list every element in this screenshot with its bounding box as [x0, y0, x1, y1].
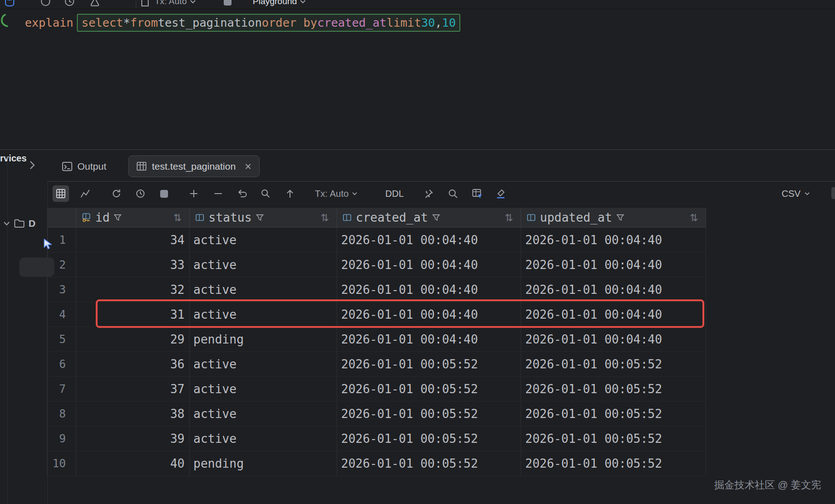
table-filter-button[interactable]	[469, 185, 486, 202]
cell-created-at[interactable]: 2026-01-01 00:05:52	[337, 401, 521, 426]
file-icon[interactable]	[140, 0, 150, 8]
sort-toggle[interactable]: ⇅	[174, 212, 182, 223]
cell-id[interactable]: 32	[76, 277, 190, 302]
column-header-status[interactable]: status ⇅	[190, 208, 337, 227]
cell-created-at[interactable]: 2026-01-01 00:04:40	[337, 302, 521, 326]
clipped-toolbar-button[interactable]	[831, 187, 835, 199]
tx-mode-select[interactable]: Tx: Auto	[155, 0, 196, 8]
close-icon[interactable]	[244, 163, 252, 170]
cell-updated-at[interactable]: 2026-01-01 00:04:40	[521, 252, 706, 277]
sort-toggle[interactable]: ⇅	[690, 212, 698, 223]
stop-query-button[interactable]	[156, 185, 172, 202]
run-config-select[interactable]: Playground	[253, 0, 306, 8]
table-row[interactable]: 233active2026-01-01 00:04:402026-01-01 0…	[47, 252, 706, 277]
row-number[interactable]: 4	[47, 302, 76, 326]
table-row[interactable]: 134active2026-01-01 00:04:402026-01-01 0…	[47, 228, 706, 252]
row-number[interactable]: 7	[47, 377, 76, 401]
submit-button[interactable]	[282, 185, 298, 202]
table-row[interactable]: 838active2026-01-01 00:05:522026-01-01 0…	[47, 401, 706, 426]
row-number[interactable]: 9	[47, 426, 76, 451]
cell-id[interactable]: 39	[76, 426, 190, 451]
cell-status[interactable]: active	[190, 277, 337, 302]
cell-updated-at[interactable]: 2026-01-01 00:05:52	[521, 352, 706, 376]
cell-status[interactable]: pending	[190, 451, 337, 475]
cell-status[interactable]: active	[190, 377, 337, 401]
table-row[interactable]: 529pending2026-01-01 00:04:402026-01-01 …	[47, 327, 706, 352]
search-button[interactable]	[445, 185, 461, 202]
cell-status[interactable]: active	[190, 302, 337, 326]
schedule-icon[interactable]	[132, 185, 149, 202]
sort-toggle[interactable]: ⇅	[321, 212, 329, 223]
export-format-select[interactable]: CSV	[782, 183, 810, 204]
table-row[interactable]: 737active2026-01-01 00:05:522026-01-01 0…	[47, 377, 706, 401]
stop-button[interactable]	[224, 0, 232, 8]
row-number[interactable]: 6	[47, 352, 76, 376]
cell-created-at[interactable]: 2026-01-01 00:04:40	[337, 327, 521, 351]
chart-view-button[interactable]	[77, 185, 93, 202]
cell-id[interactable]: 40	[76, 451, 190, 475]
cell-updated-at[interactable]: 2026-01-01 00:05:52	[521, 401, 706, 426]
chevron-right-icon[interactable]	[29, 160, 36, 170]
ddl-button[interactable]: DDL	[385, 183, 404, 204]
reload-find-button[interactable]	[257, 185, 274, 202]
row-number[interactable]: 8	[47, 401, 76, 426]
cell-status[interactable]: pending	[190, 327, 337, 351]
column-header-id[interactable]: id ⇅	[76, 208, 190, 227]
column-header-updated-at[interactable]: updated_at ⇅	[521, 208, 706, 227]
tab-test-pagination[interactable]: test.test_pagination	[128, 155, 260, 177]
clear-format-button[interactable]	[493, 185, 509, 202]
cell-created-at[interactable]: 2026-01-01 00:05:52	[337, 426, 521, 451]
cell-id[interactable]: 29	[76, 327, 190, 351]
cell-created-at[interactable]: 2026-01-01 00:04:40	[337, 228, 521, 252]
delete-row-button[interactable]	[210, 185, 226, 202]
cell-id[interactable]: 33	[76, 252, 190, 277]
column-header-created-at[interactable]: created_at ⇅	[337, 208, 521, 227]
tab-output[interactable]: Output	[59, 156, 109, 177]
cell-updated-at[interactable]: 2026-01-01 00:04:40	[521, 327, 706, 351]
cell-updated-at[interactable]: 2026-01-01 00:04:40	[521, 228, 706, 252]
filter-icon[interactable]	[256, 214, 264, 222]
tree-node-database[interactable]: D	[3, 218, 35, 229]
filter-icon[interactable]	[616, 214, 624, 222]
row-number[interactable]: 3	[47, 277, 76, 302]
sort-toggle[interactable]: ⇅	[505, 212, 513, 223]
sql-statement[interactable]: explain select * from test_pagination or…	[25, 12, 460, 33]
row-number[interactable]: 10	[47, 451, 76, 475]
cell-created-at[interactable]: 2026-01-01 00:04:40	[337, 277, 521, 302]
table-row[interactable]: 431active2026-01-01 00:04:402026-01-01 0…	[47, 302, 706, 327]
run-gutter-icon[interactable]	[0, 13, 8, 31]
cell-updated-at[interactable]: 2026-01-01 00:05:52	[521, 377, 706, 401]
add-row-button[interactable]	[186, 185, 202, 202]
cell-updated-at[interactable]: 2026-01-01 00:04:40	[521, 277, 706, 302]
cell-updated-at[interactable]: 2026-01-01 00:05:52	[521, 451, 706, 475]
table-row[interactable]: 939active2026-01-01 00:05:522026-01-01 0…	[47, 426, 706, 451]
cell-status[interactable]: active	[190, 426, 337, 451]
cell-id[interactable]: 38	[76, 401, 190, 426]
history-icon[interactable]	[64, 0, 75, 8]
cell-id[interactable]: 36	[76, 352, 190, 376]
table-row[interactable]: 636active2026-01-01 00:05:522026-01-01 0…	[47, 352, 706, 377]
cell-status[interactable]: active	[190, 401, 337, 426]
flask-icon[interactable]	[89, 0, 100, 8]
table-row[interactable]: 1040pending2026-01-01 00:05:522026-01-01…	[47, 451, 706, 476]
revert-button[interactable]	[234, 185, 251, 202]
cell-status[interactable]: active	[190, 252, 337, 277]
cell-created-at[interactable]: 2026-01-01 00:04:40	[337, 252, 521, 277]
cell-id[interactable]: 31	[76, 302, 190, 326]
refresh-button[interactable]	[108, 185, 125, 202]
filter-icon[interactable]	[432, 214, 440, 222]
cell-updated-at[interactable]: 2026-01-01 00:04:40	[521, 302, 706, 326]
run-circle-icon[interactable]	[40, 0, 51, 8]
grid-view-button[interactable]	[52, 185, 69, 202]
cell-id[interactable]: 34	[76, 228, 190, 252]
cell-created-at[interactable]: 2026-01-01 00:05:52	[337, 377, 521, 401]
filter-icon[interactable]	[114, 214, 122, 222]
tx-mode-select[interactable]: Tx: Auto	[315, 183, 358, 204]
database-icon[interactable]	[4, 0, 15, 8]
cell-created-at[interactable]: 2026-01-01 00:05:52	[337, 451, 521, 475]
cell-status[interactable]: active	[190, 352, 337, 376]
cell-updated-at[interactable]: 2026-01-01 00:05:52	[521, 426, 706, 451]
cell-id[interactable]: 37	[76, 377, 190, 401]
cell-created-at[interactable]: 2026-01-01 00:05:52	[337, 352, 521, 376]
row-number[interactable]: 5	[47, 327, 76, 351]
